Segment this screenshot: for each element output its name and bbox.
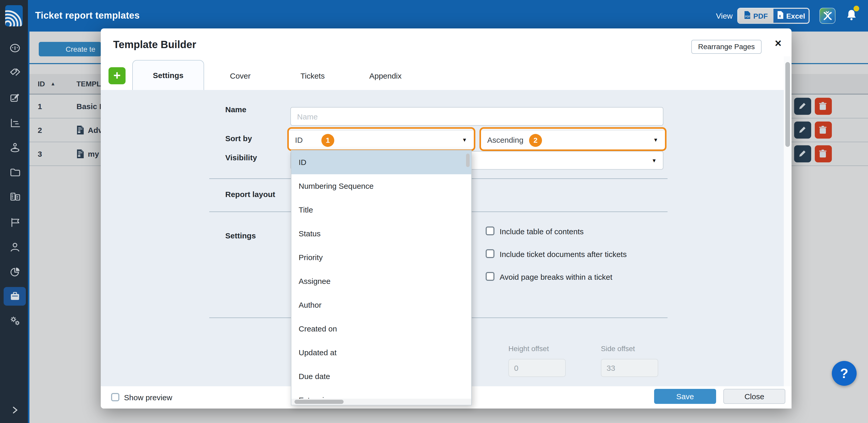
- app-switcher-icon[interactable]: [819, 8, 835, 24]
- avoid-page-breaks-checkbox[interactable]: [486, 272, 494, 281]
- save-button[interactable]: Save: [654, 389, 716, 404]
- sort-direction-select[interactable]: Ascending ▼ 2: [479, 127, 666, 151]
- settings-section-label: Settings: [225, 231, 256, 240]
- tab-appendix[interactable]: Appendix: [354, 72, 416, 80]
- template-document-icon: [76, 125, 84, 135]
- table-row[interactable]: 3 my: [29, 142, 101, 166]
- sidebar: [0, 0, 29, 423]
- excel-label: Excel: [786, 11, 805, 20]
- sidebar-item-tags-icon[interactable]: [9, 67, 21, 78]
- dropdown-horizontal-scrollbar-thumb[interactable]: [294, 400, 344, 404]
- sort-field-value: ID: [295, 130, 303, 150]
- template-column-header[interactable]: TEMPLATE: [76, 74, 101, 93]
- dropdown-option-status[interactable]: Status: [291, 222, 471, 246]
- delete-row-button[interactable]: [815, 98, 832, 115]
- sort-by-label: Sort by: [225, 134, 252, 143]
- dropdown-option-updated-at[interactable]: Updated at: [291, 341, 471, 365]
- name-input[interactable]: [290, 107, 663, 126]
- delete-row-button[interactable]: [815, 145, 832, 162]
- sidebar-item-pie-chart-icon[interactable]: [9, 266, 21, 278]
- row-template-name: my: [88, 142, 99, 166]
- add-page-button[interactable]: +: [108, 67, 126, 84]
- tab-tickets[interactable]: Tickets: [282, 72, 344, 80]
- avoid-page-breaks-label: Avoid page breaks within a ticket: [500, 273, 612, 281]
- sort-ascending-icon[interactable]: ▴: [52, 74, 54, 93]
- sidebar-collapse-chevron-icon[interactable]: [11, 406, 19, 414]
- help-button[interactable]: ?: [832, 361, 857, 386]
- row-template-name: Basic Repo: [76, 95, 101, 118]
- sidebar-item-companies-icon[interactable]: [9, 191, 21, 202]
- sidebar-item-dashboard-icon[interactable]: [9, 43, 21, 54]
- sidebar-item-flag-icon[interactable]: [9, 217, 21, 228]
- caret-down-icon: ▼: [653, 130, 658, 150]
- dropdown-option-title[interactable]: Title: [291, 198, 471, 222]
- modal-scrollbar[interactable]: [784, 56, 792, 408]
- pdf-label: PDF: [753, 11, 768, 20]
- edit-row-button[interactable]: [794, 98, 811, 115]
- sort-field-select[interactable]: ID ▼ 1: [287, 127, 475, 151]
- table-row[interactable]: 1 Basic Repo: [29, 95, 101, 118]
- sort-direction-select-inner: Ascending ▼ 2: [482, 130, 664, 148]
- dropdown-horizontal-scrollbar[interactable]: [291, 399, 471, 405]
- close-icon[interactable]: ×: [770, 36, 786, 51]
- annotation-badge-1: 1: [321, 134, 334, 147]
- create-template-button[interactable]: Create te: [39, 42, 101, 56]
- table-row-actions: [792, 95, 868, 118]
- dropdown-option-priority[interactable]: Priority: [291, 246, 471, 270]
- sidebar-item-settings-icon[interactable]: [9, 315, 21, 327]
- svg-text:x: x: [779, 14, 781, 18]
- sort-field-dropdown-list: ID Numbering Sequence Title Status Prior…: [291, 150, 472, 405]
- report-layout-label: Report layout: [225, 190, 275, 199]
- sidebar-item-form-edit-icon[interactable]: [9, 92, 21, 104]
- tab-cover[interactable]: Cover: [209, 72, 271, 80]
- modal-title: Template Builder: [113, 39, 196, 51]
- view-format-toggle: PDF PDF x Excel: [737, 8, 810, 24]
- table-row[interactable]: 2 Adv: [29, 118, 101, 142]
- brand-logo[interactable]: [5, 5, 23, 26]
- dropdown-option-assignee[interactable]: Assignee: [291, 270, 471, 293]
- id-column-header[interactable]: ID: [38, 74, 45, 93]
- tab-settings[interactable]: Settings: [132, 60, 204, 90]
- sort-direction-value: Ascending: [487, 130, 523, 150]
- sidebar-item-report-templates-icon[interactable]: [9, 291, 21, 302]
- rearrange-pages-button[interactable]: Rearrange Pages: [691, 40, 762, 54]
- modal-scrollbar-thumb[interactable]: [785, 62, 790, 147]
- table-header-left: ID ▴ TEMPLATE: [29, 74, 101, 95]
- include-toc-checkbox[interactable]: [486, 226, 494, 235]
- sidebar-item-person-location-icon[interactable]: [9, 142, 21, 153]
- view-pdf-button[interactable]: PDF PDF: [738, 9, 773, 23]
- app-screen: Ticket report templates View PDF PDF x E…: [0, 0, 868, 423]
- row-template-name: Adv: [88, 118, 101, 142]
- height-offset-label: Height offset: [508, 344, 549, 353]
- template-builder-modal: Template Builder Rearrange Pages × + Set…: [101, 28, 792, 408]
- dropdown-scrollbar-thumb[interactable]: [466, 153, 470, 167]
- close-button[interactable]: Close: [723, 389, 785, 404]
- view-label: View: [692, 0, 733, 32]
- show-preview-checkbox[interactable]: [111, 393, 119, 401]
- annotation-badge-2: 2: [529, 134, 542, 147]
- table-header-right: [792, 74, 868, 95]
- side-offset-input[interactable]: [601, 359, 658, 377]
- dropdown-option-created-on[interactable]: Created on: [291, 317, 471, 341]
- dropdown-option-author[interactable]: Author: [291, 293, 471, 317]
- notification-badge: [854, 6, 859, 11]
- page-tab-underline: [29, 63, 101, 64]
- sidebar-item-folder-icon[interactable]: [9, 167, 21, 178]
- row-id: 2: [38, 118, 42, 142]
- dropdown-option-numbering-sequence[interactable]: Numbering Sequence: [291, 174, 471, 198]
- table-row-actions: [792, 118, 868, 142]
- include-ticket-documents-checkbox[interactable]: [486, 249, 494, 258]
- delete-row-button[interactable]: [815, 121, 832, 139]
- top-header: Ticket report templates View PDF PDF x E…: [0, 0, 868, 32]
- height-offset-input[interactable]: [508, 359, 566, 377]
- row-id: 3: [38, 142, 42, 166]
- dropdown-option-id[interactable]: ID: [291, 150, 471, 174]
- dropdown-option-due-date[interactable]: Due date: [291, 365, 471, 388]
- excel-file-icon: x: [777, 11, 783, 21]
- view-excel-button[interactable]: x Excel: [773, 9, 809, 23]
- sidebar-item-user-icon[interactable]: [9, 242, 21, 253]
- sidebar-item-statistics-icon[interactable]: [9, 117, 21, 129]
- edit-row-button[interactable]: [794, 121, 811, 139]
- page-title: Ticket report templates: [35, 0, 140, 32]
- edit-row-button[interactable]: [794, 145, 811, 162]
